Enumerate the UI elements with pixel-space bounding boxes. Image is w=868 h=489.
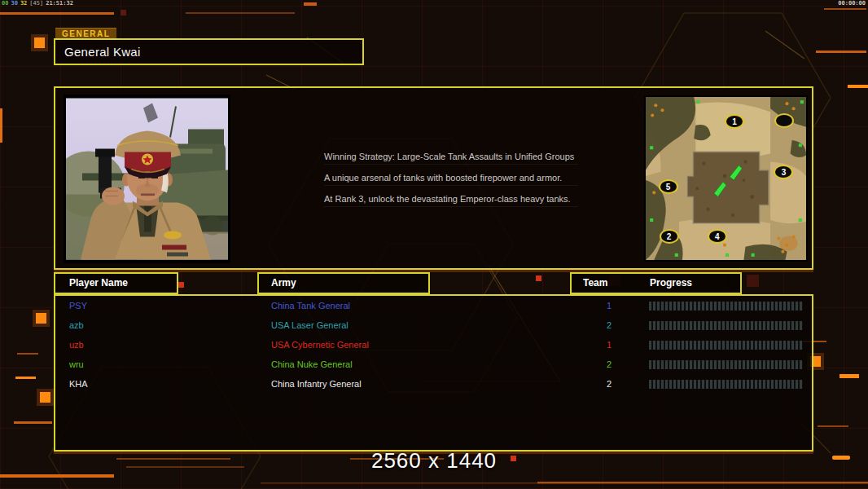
- minimap-marker: 5: [659, 179, 678, 194]
- table-row: wruChina Nuke General2: [55, 355, 812, 375]
- player-name: uzb: [69, 340, 84, 350]
- column-header-team-progress: Team Progress: [570, 272, 742, 294]
- performance-overlay: 003032[45]21:51:32: [2, 0, 76, 7]
- perf-token: 21:51:32: [46, 0, 73, 7]
- table-row: KHAChina Infantry General2: [55, 375, 812, 394]
- match-timer: 00:00:00: [838, 0, 866, 7]
- player-army: China Tank General: [271, 301, 350, 311]
- player-army: USA Laser General: [271, 320, 349, 330]
- player-team: 2: [599, 320, 619, 330]
- strategy-line: A unique arsenal of tanks with boosted f…: [324, 173, 578, 186]
- strategy-line: At Rank 3, unlock the devastating Empero…: [324, 194, 578, 207]
- player-army: China Infantry General: [271, 379, 362, 389]
- column-header-army: Army: [257, 272, 430, 294]
- general-portrait: [64, 95, 230, 263]
- column-header-player-name: Player Name: [54, 272, 178, 294]
- progress-header-label: Progress: [650, 274, 692, 293]
- general-name: General Kwai: [64, 45, 141, 59]
- player-name: wru: [69, 359, 84, 369]
- player-team: 2: [599, 359, 619, 369]
- player-progress-bar: [649, 321, 803, 330]
- player-name-header-label: Player Name: [69, 277, 128, 289]
- table-row: PSYChina Tank General1: [55, 297, 812, 316]
- team-header-label: Team: [572, 277, 607, 289]
- player-name: PSY: [69, 301, 87, 311]
- player-progress-bar: [649, 360, 803, 369]
- player-progress-bar: [649, 302, 803, 311]
- minimap-marker: 1: [725, 114, 744, 129]
- player-rows: PSYChina Tank General1azbUSA Laser Gener…: [55, 296, 812, 394]
- player-name: KHA: [69, 379, 88, 389]
- perf-token: 32: [20, 0, 27, 7]
- start-position-markers: 13524: [646, 97, 806, 260]
- minimap-marker: [774, 113, 794, 128]
- perf-token: 00: [2, 0, 8, 7]
- strategy-line: Winning Strategy: Large-Scale Tank Assau…: [324, 152, 578, 165]
- minimap-marker: 4: [708, 229, 727, 244]
- strategy-text: Winning Strategy: Large-Scale Tank Assau…: [324, 152, 578, 215]
- map-preview: 13524: [644, 95, 808, 262]
- general-portrait-image: [66, 97, 228, 261]
- loading-screen: { "hud": { "perf_overlay": { "tokens": […: [0, 0, 868, 489]
- perf-token: [45]: [29, 0, 43, 7]
- player-name: azb: [69, 320, 84, 330]
- table-row: azbUSA Laser General2: [55, 316, 812, 336]
- player-army: China Nuke General: [271, 359, 353, 369]
- player-army: USA Cybernetic General: [271, 340, 369, 350]
- table-row: uzbUSA Cybernetic General1: [55, 336, 812, 355]
- player-progress-bar: [649, 341, 803, 350]
- perf-token: 30: [11, 0, 17, 7]
- army-header-label: Army: [271, 277, 296, 289]
- player-team: 1: [599, 340, 619, 350]
- player-team: 1: [599, 301, 619, 311]
- minimap-marker: 2: [660, 229, 679, 244]
- player-progress-bar: [649, 380, 803, 389]
- player-team: 2: [599, 379, 619, 389]
- resolution-watermark: 2560 x 1440: [0, 448, 868, 474]
- players-table: PSYChina Tank General1azbUSA Laser Gener…: [54, 294, 813, 452]
- minimap-marker: 3: [774, 165, 793, 179]
- general-name-box: General Kwai: [54, 38, 364, 65]
- general-info-panel: Winning Strategy: Large-Scale Tank Assau…: [54, 86, 813, 270]
